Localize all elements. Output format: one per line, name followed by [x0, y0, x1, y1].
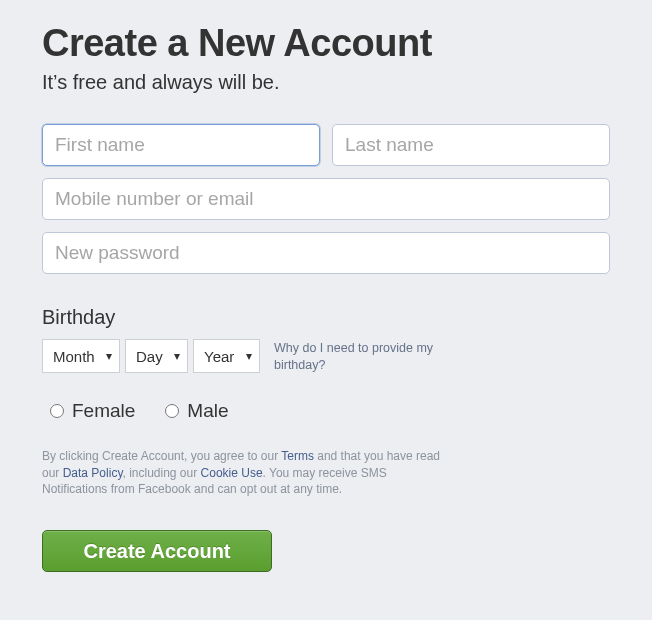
- birthday-day-select[interactable]: Day: [125, 339, 188, 373]
- gender-female-radio[interactable]: [50, 404, 64, 418]
- last-name-field[interactable]: [332, 124, 610, 166]
- birthday-year-select[interactable]: Year: [193, 339, 260, 373]
- page-subtitle: It’s free and always will be.: [42, 71, 610, 94]
- gender-male-option[interactable]: Male: [165, 400, 228, 422]
- contact-field[interactable]: [42, 178, 610, 220]
- birthday-label: Birthday: [42, 306, 610, 329]
- first-name-field[interactable]: [42, 124, 320, 166]
- birthday-help-link[interactable]: Why do I need to provide my birthday?: [274, 339, 454, 374]
- page-title: Create a New Account: [42, 22, 610, 65]
- password-field[interactable]: [42, 232, 610, 274]
- gender-male-label: Male: [187, 400, 228, 422]
- gender-female-label: Female: [72, 400, 135, 422]
- signup-form: Birthday Month Day Year Why do I need to…: [42, 124, 610, 572]
- gender-male-radio[interactable]: [165, 404, 179, 418]
- gender-female-option[interactable]: Female: [50, 400, 135, 422]
- terms-link[interactable]: Terms: [281, 449, 314, 463]
- legal-text: By clicking Create Account, you agree to…: [42, 448, 442, 498]
- cookie-use-link[interactable]: Cookie Use: [201, 466, 263, 480]
- birthday-month-select[interactable]: Month: [42, 339, 120, 373]
- data-policy-link[interactable]: Data Policy: [63, 466, 123, 480]
- create-account-button[interactable]: Create Account: [42, 530, 272, 572]
